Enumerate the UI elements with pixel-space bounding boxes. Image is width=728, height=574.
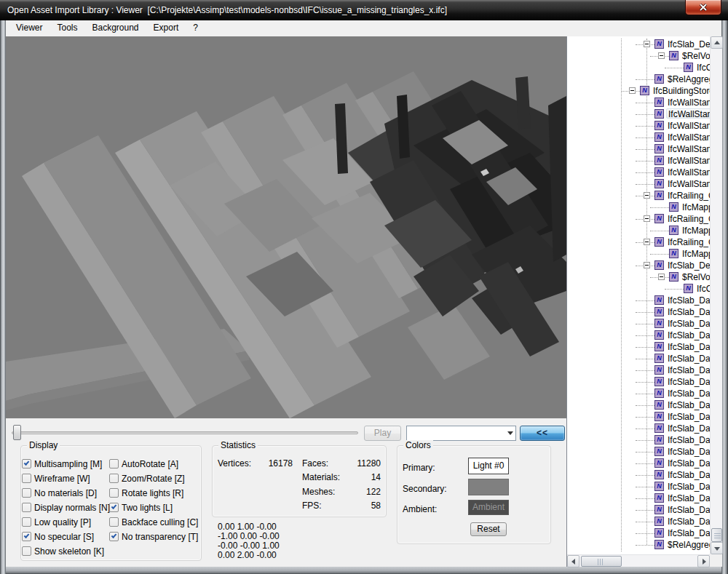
tree-item-label[interactable]: IfcRailing_G — [666, 191, 710, 201]
tree-item[interactable]: N$RelVoi — [567, 50, 710, 62]
tree-item[interactable]: NIfcSlab_Dac — [567, 399, 710, 411]
tree-item-label[interactable]: IfcSlab_Dac — [666, 388, 710, 399]
checkbox-no-transparency[interactable] — [109, 532, 119, 541]
tree-item[interactable]: NIfcWallStan — [567, 120, 710, 132]
checkbox-autorotate[interactable] — [109, 459, 119, 469]
tree-item[interactable]: NIfcSlab_Dac — [567, 330, 710, 341]
tree-expander-collapse[interactable] — [629, 87, 636, 94]
tree-item-label[interactable]: IfcSlab_Dac — [666, 505, 710, 515]
tree-item-label[interactable]: IfcSlab_Dac — [666, 470, 710, 480]
tree-item[interactable]: NIfcSlab_Dec — [567, 260, 710, 271]
animation-combobox[interactable] — [406, 426, 516, 441]
tree-item[interactable]: NIfcRailing_G — [567, 236, 710, 248]
checkbox-no-materials[interactable] — [22, 488, 31, 498]
tree-item-label[interactable]: IfcWallStan — [666, 144, 710, 154]
tree-item-label[interactable]: IfcO — [695, 63, 710, 73]
tree-item[interactable]: NIfcSlab_Dac — [567, 318, 710, 330]
tree-item-label[interactable]: IfcSlab_Dac — [666, 319, 710, 329]
tree-item-label[interactable]: IfcSlab_Dac — [666, 330, 710, 340]
tree-item[interactable]: NIfcSlab_Dac — [567, 295, 710, 306]
menu-item-viewer[interactable]: Viewer — [9, 20, 50, 36]
tree-item[interactable]: NIfcSlab_Dac — [567, 364, 710, 376]
tree-item[interactable]: NIfcSlab_Dec — [567, 39, 710, 50]
tree-item[interactable]: NIfcMapp — [567, 202, 710, 213]
tree-item[interactable]: NIfcSlab_Dac — [567, 411, 710, 423]
checkbox-label[interactable]: Two lights [L] — [122, 503, 173, 513]
menu-item-?[interactable]: ? — [186, 20, 205, 36]
tree-item-label[interactable]: IfcSlab_Dac — [666, 528, 710, 538]
play-button[interactable]: Play — [364, 426, 401, 441]
tree-item[interactable]: NIfcSlab_Dac — [567, 481, 710, 493]
animation-slider-thumb[interactable] — [13, 425, 21, 440]
tree-item[interactable]: NIfcSlab_Dac — [567, 341, 710, 353]
tree-expander-collapse[interactable] — [658, 52, 665, 59]
checkbox-label[interactable]: Display normals [N] — [34, 503, 110, 513]
tree-item-label[interactable]: IfcSlab_Dac — [666, 517, 710, 527]
tree-item[interactable]: NIfcSlab_Dac — [567, 434, 710, 446]
checkbox-multisampling[interactable] — [22, 459, 31, 469]
tree-item[interactable]: NIfcSlab_Dac — [567, 493, 710, 504]
tree-expander-collapse[interactable] — [644, 239, 650, 245]
tree-item[interactable]: NIfcSlab_Dac — [567, 458, 710, 469]
tree-item[interactable]: NIfcSlab_Dac — [567, 516, 710, 527]
tree-item[interactable]: NIfcRailing_G — [567, 190, 710, 202]
scroll-left-button[interactable] — [567, 555, 579, 567]
tree-vertical-scrollbar[interactable] — [710, 36, 722, 554]
tree-item-label[interactable]: IfcSlab_Dac — [666, 365, 710, 375]
checkbox-label[interactable]: No materials [D] — [34, 488, 97, 498]
tree-expander-collapse[interactable] — [658, 274, 665, 280]
tree-item[interactable]: NIfcSlab_Dac — [567, 423, 710, 434]
tree-item[interactable]: NIfcSlab_Dac — [567, 446, 710, 458]
tree-item-label[interactable]: IfcSlab_Dac — [666, 482, 710, 492]
tree-item-label[interactable]: IfcO — [695, 284, 710, 294]
scroll-right-button[interactable] — [697, 555, 710, 567]
tree-expander-collapse[interactable] — [644, 192, 650, 199]
tree-item[interactable]: NIfcSlab_Dac — [567, 469, 710, 481]
tree-item-label[interactable]: IfcSlab_Dac — [666, 435, 710, 445]
tree-item[interactable]: NIfcWallStan — [567, 167, 710, 178]
tree-item-label[interactable]: IfcSlab_Dac — [666, 295, 710, 306]
checkbox-label[interactable]: Zoom/Rotate [Z] — [122, 474, 185, 484]
tree-item-label[interactable]: IfcWallStan — [666, 108, 710, 119]
tree-item[interactable]: NIfcSlab_Dac — [567, 353, 710, 364]
tree-item-label[interactable]: IfcSlab_Dec — [666, 260, 710, 271]
tree-item[interactable]: NIfcWallStan — [567, 108, 710, 120]
tree-item-label[interactable]: IfcSlab_Dac — [666, 458, 710, 469]
tree-item-label[interactable]: IfcSlab_Dac — [666, 377, 710, 387]
scroll-up-button[interactable] — [711, 36, 723, 49]
tree-item[interactable]: N$RelAggreg — [567, 539, 710, 551]
tree-item-label[interactable]: IfcWallStan — [666, 156, 710, 166]
menu-item-background[interactable]: Background — [84, 20, 146, 36]
tree-item-label[interactable]: IfcRailing_G — [666, 237, 710, 247]
animation-slider[interactable] — [12, 431, 358, 434]
tree-item[interactable]: NIfcSlab_Dac — [567, 388, 710, 399]
checkbox-label[interactable]: Multisampling [M] — [34, 459, 102, 469]
tree-item-label[interactable]: $RelVoi — [681, 272, 710, 282]
checkbox-label[interactable]: Wireframe [W] — [34, 474, 90, 484]
checkbox-rotate-lights[interactable] — [109, 488, 119, 498]
tree-item-label[interactable]: IfcSlab_Dac — [666, 307, 710, 317]
tree-horizontal-scrollbar[interactable] — [567, 554, 710, 567]
close-button[interactable] — [685, 0, 721, 15]
checkbox-no-specular[interactable] — [22, 532, 31, 541]
tree-item[interactable]: NIfcWallStan — [567, 132, 710, 143]
tree-item-label[interactable]: IfcMapp — [681, 202, 710, 212]
tree-item-label[interactable]: IfcRailing_G — [666, 214, 710, 224]
tree-item[interactable]: NIfcO — [567, 283, 710, 295]
tree-expander-collapse[interactable] — [644, 215, 650, 222]
ambient-color-button[interactable]: Ambient — [468, 500, 509, 515]
checkbox-label[interactable]: No transparency [T] — [122, 532, 198, 542]
tree-item[interactable]: N$RelAggreg — [567, 73, 710, 85]
tree-item-label[interactable]: IfcSlab_Dac — [666, 447, 710, 457]
checkbox-label[interactable]: Show skeleton [K] — [34, 546, 104, 557]
tree-item[interactable]: NIfcBuildingStorey — [567, 85, 710, 97]
tree-item-label[interactable]: IfcSlab_Dec — [666, 39, 710, 49]
tree-item[interactable]: NIfcMapp — [567, 225, 710, 236]
tree-item-label[interactable]: IfcSlab_Dac — [666, 493, 710, 503]
tree-item-label[interactable]: $RelAggreg — [666, 74, 710, 84]
tree-item-label[interactable]: $RelAggreg — [666, 540, 710, 550]
menu-item-export[interactable]: Export — [146, 20, 186, 36]
tree-item[interactable]: NIfcWallStan — [567, 97, 710, 108]
reset-colors-button[interactable]: Reset — [470, 522, 507, 536]
checkbox-display-normals[interactable] — [22, 503, 31, 512]
